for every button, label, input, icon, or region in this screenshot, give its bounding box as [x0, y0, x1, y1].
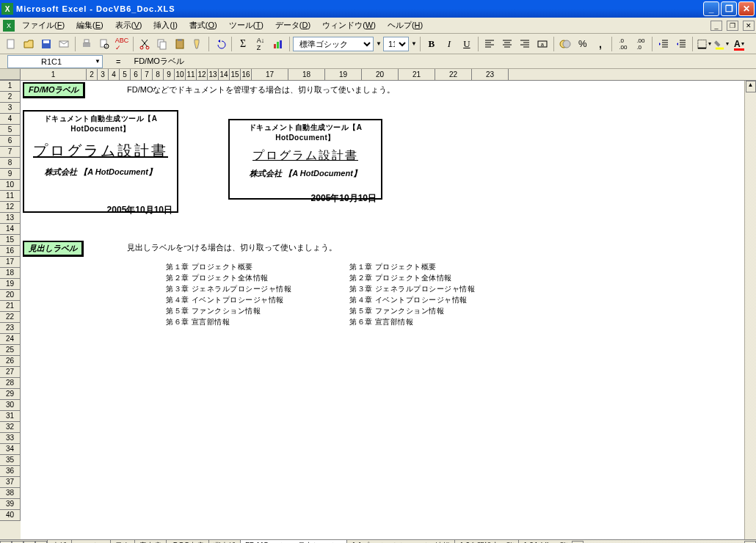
sheet-tab[interactable]: FD,MOラベル、見出しラベル — [240, 540, 347, 544]
col-header[interactable]: 21 — [399, 69, 435, 80]
vertical-scrollbar[interactable]: ▲ — [744, 81, 756, 539]
menu-挿入[interactable]: 挿入(I) — [149, 18, 181, 32]
col-header[interactable]: 14 — [219, 69, 230, 80]
row-header[interactable]: 26 — [0, 356, 21, 367]
row-header[interactable]: 6 — [0, 136, 21, 147]
row-header[interactable]: 29 — [0, 389, 21, 400]
row-header[interactable]: 39 — [0, 499, 21, 510]
sheet-tab[interactable]: 背表紙 — [208, 540, 241, 544]
col-header[interactable]: 5 — [120, 69, 131, 80]
mail-icon[interactable] — [56, 36, 72, 52]
row-header[interactable]: 21 — [0, 301, 21, 312]
col-header[interactable]: 1 — [21, 69, 87, 80]
sheet-tab[interactable]: 1.3AddIn一覧 — [518, 540, 572, 544]
fill-color-icon[interactable]: ▾ — [713, 36, 730, 52]
col-header[interactable]: 22 — [435, 69, 472, 80]
col-header[interactable]: 9 — [164, 69, 175, 80]
sheet-tab[interactable]: はじめに — [71, 540, 111, 544]
worksheet-grid[interactable]: FD/MOラベル FD/MOなどでドキュメントを管理する場合は、切り取って使いま… — [21, 81, 744, 539]
col-header[interactable]: 2 — [87, 69, 98, 80]
tab-prev-button[interactable]: ◂ — [12, 541, 23, 544]
row-header[interactable]: 24 — [0, 334, 21, 345]
row-header[interactable]: 9 — [0, 169, 21, 180]
menu-書式[interactable]: 書式(O) — [185, 18, 222, 32]
tab-next-button[interactable]: ▸ — [23, 541, 35, 544]
merge-center-icon[interactable]: a — [534, 36, 550, 52]
row-header[interactable]: 5 — [0, 125, 21, 136]
increase-decimal-icon[interactable]: .0.00 — [615, 36, 631, 52]
print-preview-icon[interactable] — [96, 36, 112, 52]
italic-button[interactable]: I — [441, 36, 457, 52]
col-header[interactable]: 18 — [288, 69, 325, 80]
menu-表示[interactable]: 表示(V) — [111, 18, 147, 32]
chart-icon[interactable] — [270, 36, 286, 52]
row-header[interactable]: 14 — [0, 224, 21, 235]
row-header[interactable]: 18 — [0, 268, 21, 279]
col-header[interactable]: 4 — [109, 69, 120, 80]
sheet-tab[interactable]: 章中扉 — [134, 540, 167, 544]
row-header[interactable]: 32 — [0, 422, 21, 433]
row-header[interactable]: 16 — [0, 246, 21, 257]
sheet-tab[interactable]: 表紙 — [47, 540, 72, 544]
menu-ウィンドウ[interactable]: ウィンドウ(W) — [318, 18, 380, 32]
bold-button[interactable]: B — [424, 36, 440, 52]
row-header[interactable]: 1 — [0, 81, 21, 92]
row-header[interactable]: 35 — [0, 455, 21, 466]
underline-button[interactable]: U — [459, 36, 475, 52]
sheet-tab[interactable]: 目次 — [110, 540, 135, 544]
align-left-icon[interactable] — [481, 36, 498, 52]
undo-icon[interactable] — [212, 36, 228, 52]
doc-restore-button[interactable]: ❐ — [727, 21, 738, 31]
row-header[interactable]: 38 — [0, 488, 21, 499]
paste-icon[interactable] — [172, 36, 188, 52]
doc-minimize-button[interactable]: _ — [710, 21, 722, 31]
menu-ヘルプ[interactable]: ヘルプ(H) — [383, 18, 427, 32]
menu-データ[interactable]: データ(D) — [271, 18, 315, 32]
row-header[interactable]: 10 — [0, 180, 21, 191]
spelling-icon[interactable]: ABC✓ — [114, 36, 130, 52]
row-header[interactable]: 13 — [0, 213, 21, 224]
size-select[interactable]: 11 — [383, 37, 409, 51]
row-header[interactable]: 15 — [0, 235, 21, 246]
font-color-icon[interactable]: A▾ — [731, 36, 747, 52]
row-header[interactable]: 20 — [0, 290, 21, 301]
align-right-icon[interactable] — [517, 36, 533, 52]
col-header[interactable]: 3 — [98, 69, 109, 80]
row-header[interactable]: 40 — [0, 510, 21, 521]
menu-ファイル[interactable]: ファイル(F) — [18, 18, 69, 32]
col-header[interactable]: 20 — [362, 69, 399, 80]
copy-icon[interactable] — [154, 36, 170, 52]
new-icon[interactable] — [3, 36, 19, 52]
font-select[interactable]: 標準ゴシック — [293, 37, 374, 51]
row-header[interactable]: 37 — [0, 477, 21, 488]
col-header[interactable]: 10 — [175, 69, 186, 80]
format-painter-icon[interactable] — [189, 36, 206, 52]
name-box[interactable]: R1C1 ▼ — [7, 55, 103, 68]
select-all-button[interactable] — [0, 69, 21, 80]
borders-icon[interactable]: ▾ — [696, 36, 712, 52]
col-header[interactable]: 16 — [241, 69, 252, 80]
row-header[interactable]: 2 — [0, 92, 21, 103]
row-header[interactable]: 17 — [0, 257, 21, 268]
sheet-tab[interactable]: 1.1プロジェクトファイル情報 — [346, 540, 455, 544]
row-header[interactable]: 3 — [0, 103, 21, 114]
decrease-indent-icon[interactable] — [655, 36, 672, 52]
row-header[interactable]: 4 — [0, 114, 21, 125]
save-icon[interactable] — [38, 36, 54, 52]
col-header[interactable]: 12 — [197, 69, 208, 80]
autosum-icon[interactable]: Σ — [235, 36, 251, 52]
align-center-icon[interactable] — [499, 36, 515, 52]
col-header[interactable]: 6 — [131, 69, 142, 80]
minimize-button[interactable]: _ — [703, 1, 719, 16]
row-header[interactable]: 33 — [0, 433, 21, 444]
tab-first-button[interactable]: |◂ — [0, 541, 12, 544]
row-header[interactable]: 8 — [0, 158, 21, 169]
col-header[interactable]: 7 — [142, 69, 153, 80]
doc-close-button[interactable]: ✕ — [743, 21, 755, 31]
col-header[interactable]: 15 — [230, 69, 241, 80]
name-box-dropdown-icon[interactable]: ▼ — [95, 58, 101, 65]
row-header[interactable]: 22 — [0, 312, 21, 323]
row-header[interactable]: 25 — [0, 345, 21, 356]
close-button[interactable]: ✕ — [738, 1, 755, 16]
excel-doc-icon[interactable]: X — [3, 20, 15, 32]
